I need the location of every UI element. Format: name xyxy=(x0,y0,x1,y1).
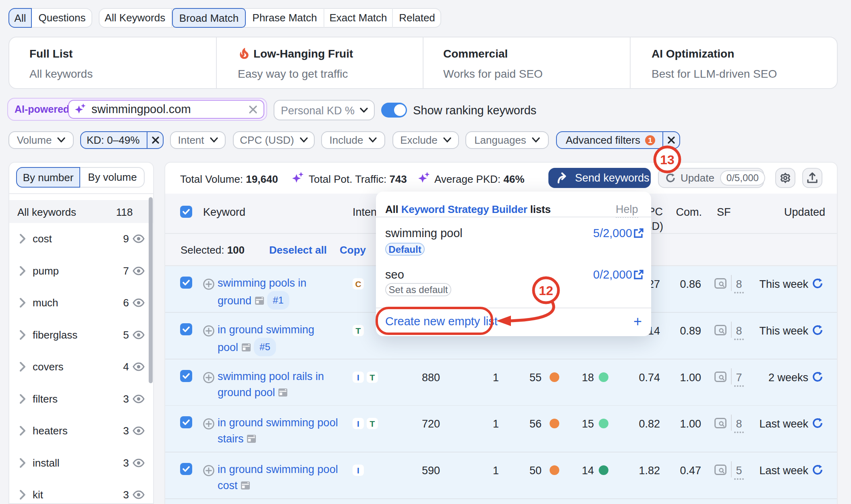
svg-text:12: 12 xyxy=(539,283,553,298)
svg-text:13: 13 xyxy=(660,153,675,167)
